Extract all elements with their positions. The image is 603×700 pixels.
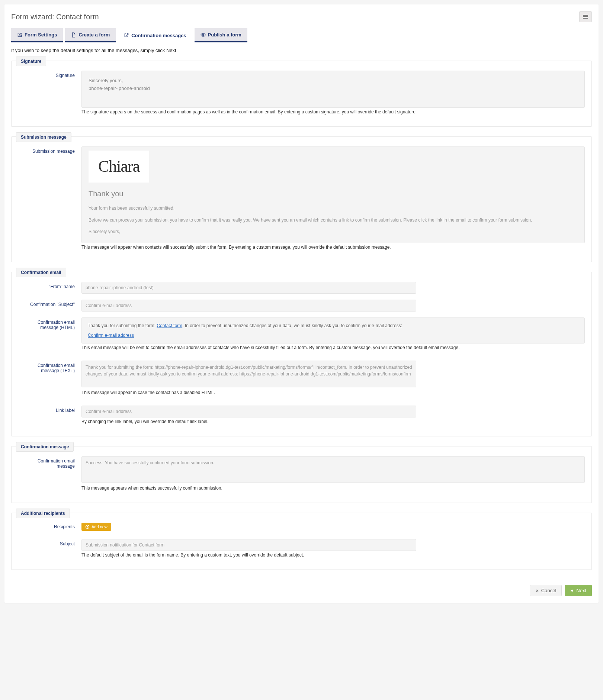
- signature-label: Signature: [18, 71, 81, 78]
- signature-preview[interactable]: Sincerely yours, phone-repair-iphone-and…: [81, 71, 585, 108]
- external-icon: [124, 33, 129, 38]
- section-signature: Signature Signature Sincerely yours, pho…: [11, 61, 592, 127]
- next-button[interactable]: Next: [565, 585, 592, 596]
- close-icon: [535, 589, 539, 593]
- page-title: Form wizard: Contact form: [11, 13, 99, 21]
- thank-you-title: Thank you: [89, 188, 578, 200]
- eye-icon: [201, 32, 206, 38]
- confirmation-message-help: This message appears when contacts succe…: [81, 486, 585, 491]
- brand-logo: Chiara: [89, 151, 149, 183]
- confirmation-message-field[interactable]: [81, 456, 585, 483]
- confirmation-html-label: Confirmation email message (HTML): [18, 317, 81, 330]
- tab-label: Create a form: [78, 32, 110, 38]
- plus-circle-icon: [85, 525, 90, 529]
- contact-form-link[interactable]: Contact form: [157, 323, 182, 328]
- section-legend: Signature: [16, 57, 46, 66]
- recipients-label: Recipients: [18, 523, 81, 529]
- confirmation-subject-label: Confirmation "Subject": [18, 300, 81, 307]
- tab-form-settings[interactable]: Form Settings: [11, 28, 63, 42]
- from-name-field[interactable]: [81, 282, 416, 294]
- hamburger-icon: [583, 15, 588, 16]
- tab-confirmation-messages[interactable]: Confirmation messages: [118, 28, 192, 42]
- tab-label: Publish a form: [208, 32, 241, 38]
- svg-point-0: [202, 34, 204, 36]
- submission-label: Submission message: [18, 146, 81, 154]
- from-name-label: "From" name: [18, 282, 81, 289]
- additional-subject-help: The default subject of the email is the …: [81, 552, 585, 558]
- tab-create-form[interactable]: Create a form: [65, 28, 116, 42]
- confirmation-text-field[interactable]: [81, 361, 416, 387]
- section-submission: Submission message Submission message Ch…: [11, 136, 592, 262]
- section-confirmation-message: Confirmation message Confirmation email …: [11, 446, 592, 503]
- edit-icon: [17, 32, 22, 38]
- cancel-button[interactable]: Cancel: [530, 585, 562, 596]
- link-label-label: Link label: [18, 406, 81, 413]
- confirmation-message-label: Confirmation email message: [18, 456, 81, 469]
- link-label-help: By changing the link label, you will ove…: [81, 419, 585, 424]
- submission-preview[interactable]: Chiara Thank you Your form has been succ…: [81, 146, 585, 243]
- file-icon: [71, 32, 76, 38]
- confirmation-html-preview[interactable]: Thank you for submitting the form: Conta…: [81, 317, 585, 343]
- section-additional-recipients: Additional recipients Recipients Add new…: [11, 513, 592, 570]
- tab-label: Confirmation messages: [131, 33, 186, 38]
- add-recipient-button[interactable]: Add new: [81, 523, 111, 531]
- additional-subject-label: Subject: [18, 539, 81, 546]
- forward-icon: [570, 589, 574, 593]
- next-label: Next: [576, 588, 586, 593]
- section-confirmation-email: Confirmation email "From" name Confirmat…: [11, 272, 592, 436]
- confirmation-text-help: This message will appear in case the con…: [81, 390, 585, 395]
- link-label-field[interactable]: [81, 406, 416, 417]
- tab-label: Form Settings: [25, 32, 57, 38]
- menu-button[interactable]: [579, 11, 592, 22]
- wizard-tabs: Form Settings Create a form Confirmation…: [11, 28, 592, 42]
- signature-help: The signature appears on the success and…: [81, 109, 585, 114]
- add-new-label: Add new: [92, 525, 108, 529]
- confirmation-text-label: Confirmation email message (TEXT): [18, 361, 81, 373]
- tab-publish-form[interactable]: Publish a form: [195, 28, 247, 42]
- intro-text: If you wish to keep the default settings…: [11, 48, 592, 53]
- submission-help: This message will appear when contacts w…: [81, 245, 585, 250]
- section-legend: Confirmation email: [16, 268, 66, 277]
- confirmation-html-help: This email message will be sent to confi…: [81, 345, 585, 350]
- section-legend: Confirmation message: [16, 442, 74, 452]
- section-legend: Submission message: [16, 132, 71, 142]
- confirmation-subject-field[interactable]: [81, 300, 416, 312]
- cancel-label: Cancel: [541, 588, 556, 593]
- section-legend: Additional recipients: [16, 509, 70, 518]
- additional-subject-field[interactable]: [81, 539, 416, 551]
- confirm-email-link[interactable]: Confirm e-mail address: [88, 333, 578, 338]
